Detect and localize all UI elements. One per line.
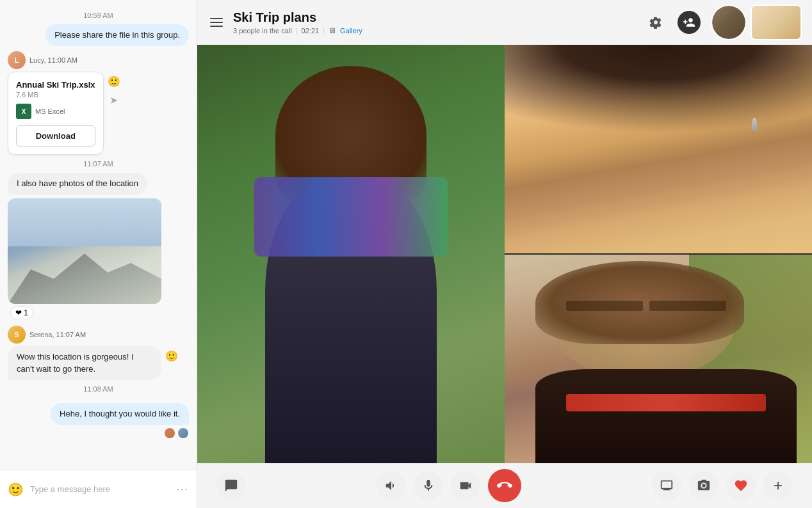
glasses-left — [566, 301, 643, 311]
serena-sender-info: S Serena, 11:07 AM — [8, 326, 189, 344]
system-message: Please share the file in this group. — [8, 24, 189, 46]
chat-toggle-button[interactable] — [216, 471, 246, 500]
file-name: Annual Ski Trip.xslx — [16, 80, 95, 90]
svg-point-0 — [702, 484, 706, 488]
gallery-button[interactable]: Gallery — [340, 27, 362, 35]
right-videos — [505, 45, 812, 463]
meta-sep1: | — [296, 27, 298, 35]
screen-share-icon — [660, 479, 674, 493]
file-bubble-header: Annual Ski Trip.xslx 7,6 MB — [16, 80, 95, 99]
main-video — [197, 45, 505, 463]
call-title: Ski Trip plans — [233, 10, 637, 25]
video-grid — [197, 45, 812, 463]
call-title-area: Ski Trip plans 3 people in the call | 02… — [233, 10, 637, 35]
system-bubble-text: Please share the file in this group. — [45, 24, 189, 46]
file-actions: 🙂 ➤ — [108, 72, 120, 106]
chat-messages: 10:59 AM Please share the file in this g… — [0, 0, 197, 470]
mountain-image — [8, 198, 161, 304]
camera-icon — [459, 479, 473, 493]
glasses-right — [649, 301, 726, 311]
end-call-button[interactable] — [488, 469, 521, 502]
controls-right: + — [652, 471, 793, 500]
speaker-button[interactable] — [377, 471, 406, 500]
reaction-bar: ❤ 1 — [10, 306, 33, 319]
add-person-button[interactable] — [678, 11, 701, 34]
end-call-icon — [497, 478, 512, 493]
header-right — [644, 4, 802, 40]
call-duration: 02:21 — [302, 27, 320, 35]
video-panel: Ski Trip plans 3 people in the call | 02… — [197, 0, 812, 508]
serena-message: Wow this location is gorgeous! I can't w… — [8, 346, 189, 379]
camera-button[interactable] — [451, 471, 480, 500]
self-bubble: Hehe, I thought you would like it. — [51, 403, 189, 425]
participant-thumb-2[interactable] — [751, 4, 802, 40]
heart-icon — [734, 479, 748, 493]
heart-reaction[interactable]: ❤ 1 — [10, 306, 33, 319]
photo-message-wrapper: I also have photos of the location ❤ 1 — [8, 173, 189, 319]
add-person-icon — [683, 16, 695, 29]
top-right-video — [505, 45, 812, 255]
screen-icon-small: 🖥 — [329, 26, 336, 35]
timestamp-1107: 11:07 AM — [8, 160, 189, 168]
participant-thumb-1[interactable] — [711, 4, 747, 40]
read-avatar-2 — [177, 427, 189, 439]
lucy-avatar: L — [8, 51, 26, 69]
read-avatar-1 — [164, 427, 175, 439]
download-button[interactable]: Download — [16, 125, 95, 147]
hamburger-menu[interactable] — [207, 15, 225, 29]
add-button[interactable]: + — [763, 471, 793, 500]
more-options-button[interactable]: ··· — [177, 484, 189, 495]
message-input[interactable] — [30, 484, 170, 494]
video-header: Ski Trip plans 3 people in the call | 02… — [197, 0, 812, 45]
mountain-photo[interactable] — [8, 198, 161, 304]
controls-left — [216, 471, 246, 500]
gear-icon — [649, 16, 662, 29]
camera-switch-button[interactable] — [689, 471, 719, 500]
settings-button[interactable] — [644, 11, 667, 34]
call-controls-bar: + — [197, 463, 812, 508]
chat-icon — [224, 479, 238, 493]
speaker-icon — [384, 479, 398, 493]
serena-bubble: Wow this location is gorgeous! I can't w… — [8, 346, 161, 379]
read-receipts — [51, 427, 189, 439]
lucy-sender-time: Lucy, 11:00 AM — [29, 56, 77, 64]
main-person-silhouette — [243, 66, 459, 463]
lucy-sender-info: L Lucy, 11:00 AM — [8, 51, 189, 69]
file-bubble: Annual Ski Trip.xslx 7,6 MB X MS Excel D… — [8, 72, 104, 155]
hair-top-right — [505, 45, 812, 170]
excel-label: MS Excel — [35, 107, 65, 115]
last-message-area: Hehe, I thought you would like it. — [51, 403, 189, 439]
screen-share-button[interactable] — [652, 471, 681, 500]
meta-sep2: | — [323, 27, 325, 35]
microphone-button[interactable] — [414, 471, 443, 500]
photo-text-bubble: I also have photos of the location — [8, 173, 147, 194]
bottom-right-video — [505, 255, 812, 463]
dog-shape — [535, 369, 797, 463]
earring-right — [752, 118, 757, 131]
call-meta: 3 people in the call | 02:21 | 🖥 Gallery — [233, 26, 637, 35]
controls-center — [377, 469, 521, 502]
file-icon-area: X MS Excel — [16, 104, 95, 119]
camera-flip-icon — [697, 479, 711, 493]
serena-sender-time: Serena, 11:07 AM — [29, 331, 86, 338]
timestamp-1108: 11:08 AM — [8, 385, 189, 393]
scarf-shape — [254, 177, 448, 257]
timestamp-1059: 10:59 AM — [8, 12, 189, 19]
excel-icon: X — [16, 104, 31, 119]
forward-icon[interactable]: ➤ — [110, 94, 118, 106]
serena-emoji-icon[interactable]: 🙂 — [165, 350, 178, 362]
heart-button[interactable] — [726, 471, 756, 500]
self-message-wrapper: Hehe, I thought you would like it. — [8, 398, 189, 439]
participant-thumbnails — [711, 4, 802, 40]
chat-input-bar: 🙂 ··· — [0, 470, 197, 508]
serena-avatar: S — [8, 326, 26, 344]
file-message-wrapper: Annual Ski Trip.xslx 7,6 MB X MS Excel D… — [8, 72, 189, 155]
file-size: 7,6 MB — [16, 91, 95, 99]
microphone-icon — [421, 479, 435, 493]
people-count: 3 people in the call — [233, 27, 292, 35]
dog-bandana — [566, 394, 766, 411]
chat-panel: 10:59 AM Please share the file in this g… — [0, 0, 197, 508]
emoji-button[interactable]: 🙂 — [8, 482, 24, 497]
emoji-reaction-icon[interactable]: 🙂 — [108, 75, 120, 88]
add-icon: + — [774, 477, 783, 495]
